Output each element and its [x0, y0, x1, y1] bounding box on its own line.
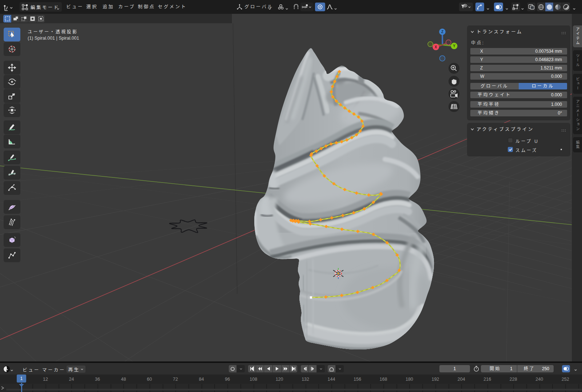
svg-text:Y: Y	[453, 44, 455, 48]
svg-text:Z: Z	[441, 30, 443, 34]
svg-text:X: X	[435, 45, 437, 49]
